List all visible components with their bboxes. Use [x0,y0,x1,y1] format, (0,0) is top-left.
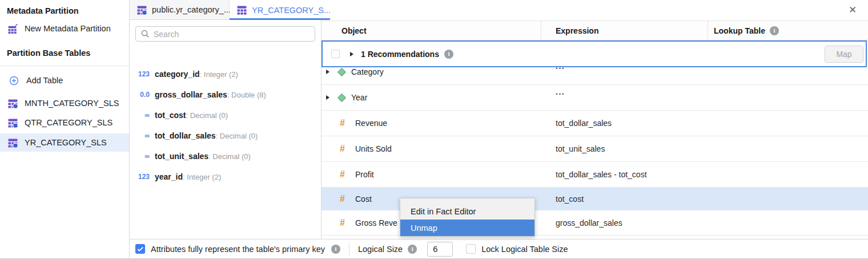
object-name: Year [351,93,367,102]
new-metadata-partition-button[interactable]: New Metadata Partition [0,19,129,38]
search-icon [141,30,150,38]
column-item-gross-dollar-sales[interactable]: 0.0gross_dollar_sales: Double (8) [130,84,321,105]
lock-logical-size-label: Lock Logical Table Size [481,245,568,254]
table-grid-icon [237,5,247,15]
metadata-partition-heading: Metadata Partition [7,6,79,15]
decimal-type-icon: ∞ [134,111,150,119]
column-item-tot-cost[interactable]: ∞tot_cost: Decimal (0) [130,105,321,125]
expression-value: gross_dollar_sales [556,218,622,228]
add-table-button[interactable]: Add Table [0,71,129,90]
mapping-table-header: Object Expression Lookup Table i [322,21,868,40]
column-type: : Integer (2) [200,70,238,79]
tab-bar: public.yr_category_... YR_CATEGORY_S... [130,0,868,20]
sidebar-item-yr-category-sls[interactable]: YR_CATEGORY_SLS [0,133,129,152]
expand-arrow-icon[interactable] [326,95,329,100]
menu-item-edit-in-fact-editor[interactable]: Edit in Fact Editor [400,203,535,220]
object-name: Category [351,67,384,76]
table-db-icon [137,5,147,15]
lock-logical-size-checkbox[interactable] [466,244,476,254]
column-item-year-id[interactable]: 123year_id: Integer (2) [130,166,321,187]
column-type: : Decimal (0) [216,132,258,140]
sidebar-divider [0,66,129,66]
object-name: Profit [355,170,374,179]
fact-hash-icon: # [340,144,348,154]
table-icon [8,99,18,108]
expand-arrow-icon[interactable] [350,52,353,56]
recommendations-row[interactable]: 1 Recommendations i Map [322,40,867,67]
integer-type-icon: 123 [134,70,150,78]
tab-label: public.yr_category_... [152,5,231,14]
table-editor-dialog: Metadata Partition New Metadata Partitio… [0,0,868,260]
mapping-row-revenue[interactable]: #Revenue tot_dollar_sales [322,111,868,136]
column-type: : Double (8) [227,91,266,99]
fact-hash-icon: # [340,194,348,204]
object-name: Cost [355,194,372,204]
context-menu: Edit in Fact Editor Unmap [400,198,535,237]
column-item-tot-unit-sales[interactable]: ∞tot_unit_sales: Decimal (0) [130,146,321,166]
add-table-label: Add Table [26,76,63,85]
column-name: category_id [155,70,200,79]
fact-hash-icon: # [340,218,348,228]
close-icon[interactable]: ✕ [846,3,859,16]
table-name: MNTH_CATEGORY_SLS [25,99,119,108]
mapping-row-profit[interactable]: #Profit tot_dollar_sales - tot_cost [322,162,868,188]
search-box [135,26,315,42]
logical-size-info-icon[interactable]: i [408,245,417,254]
recommendations-checkbox[interactable] [331,50,340,58]
primary-key-info-icon[interactable]: i [331,245,340,254]
footer-divider [349,243,349,255]
column-header-lookup-table: Lookup Table i [708,21,868,40]
column-item-category-id[interactable]: 123category_id: Integer (2) [130,64,321,84]
table-icon [8,118,18,128]
search-input[interactable] [154,30,315,39]
lookup-table-label: Lookup Table [714,26,765,35]
expression-value: tot_unit_sales [556,144,605,153]
column-type: : Decimal (0) [186,111,228,120]
logical-size-input[interactable] [427,242,453,257]
decimal-type-icon: ∞ [134,152,150,160]
integer-type-icon: 123 [134,173,150,181]
menu-item-unmap[interactable]: Unmap [400,220,535,236]
tab-public-yr-category[interactable]: public.yr_category_... [130,0,230,20]
column-header-object: Object [322,21,541,40]
attribute-diamond-icon [337,93,347,102]
map-button[interactable]: Map [825,46,863,63]
fact-hash-icon: # [340,169,348,180]
column-name: tot_unit_sales [155,152,208,161]
sidebar-item-qtr-category-sls[interactable]: QTR_CATEGORY_SLS [0,113,129,132]
tab-yr-category-sls[interactable]: YR_CATEGORY_S... [230,0,330,20]
object-name: Gross Reve [355,218,397,228]
decimal-type-icon: ∞ [134,132,150,140]
expression-value: tot_dollar_sales [556,119,612,128]
mapping-row-units-sold[interactable]: #Units Sold tot_unit_sales [322,136,868,162]
object-name: Revenue [355,119,387,128]
table-icon [8,138,18,148]
sidebar: Metadata Partition New Metadata Partitio… [0,0,130,260]
recommendations-label: 1 Recommendations [361,50,439,59]
columns-panel: 123category_id: Integer (2) 0.0gross_dol… [130,20,322,239]
column-name: tot_dollar_sales [155,131,216,140]
mapping-row-year[interactable]: Year ... [322,85,868,111]
primary-key-checkbox[interactable] [135,244,145,254]
expand-arrow-icon[interactable] [326,70,329,74]
table-name: QTR_CATEGORY_SLS [25,118,112,127]
logical-size-label: Logical Size [358,245,403,254]
expression-value: tot_cost [556,194,584,204]
column-item-tot-dollar-sales[interactable]: ∞tot_dollar_sales: Decimal (0) [130,125,321,146]
recommendations-info-icon[interactable]: i [444,50,453,59]
collapsed-expression: ... [556,85,565,96]
column-type: : Integer (2) [183,173,221,181]
new-metadata-partition-label: New Metadata Partition [25,24,111,33]
table-name: YR_CATEGORY_SLS [25,138,107,147]
tab-label: YR_CATEGORY_S... [252,6,331,15]
column-header-expression: Expression [541,21,708,40]
plus-circle-icon [9,76,19,86]
sidebar-item-mnth-category-sls[interactable]: MNTH_CATEGORY_SLS [0,94,129,112]
primary-key-label: Attributes fully represent the table's p… [151,245,325,254]
new-partition-table-icon [8,24,18,34]
column-name: tot_cost [155,111,186,120]
expression-value: tot_dollar_sales - tot_cost [556,170,647,179]
object-name: Units Sold [355,144,392,153]
lookup-table-info-icon[interactable]: i [770,26,779,35]
column-name: year_id [155,172,183,181]
